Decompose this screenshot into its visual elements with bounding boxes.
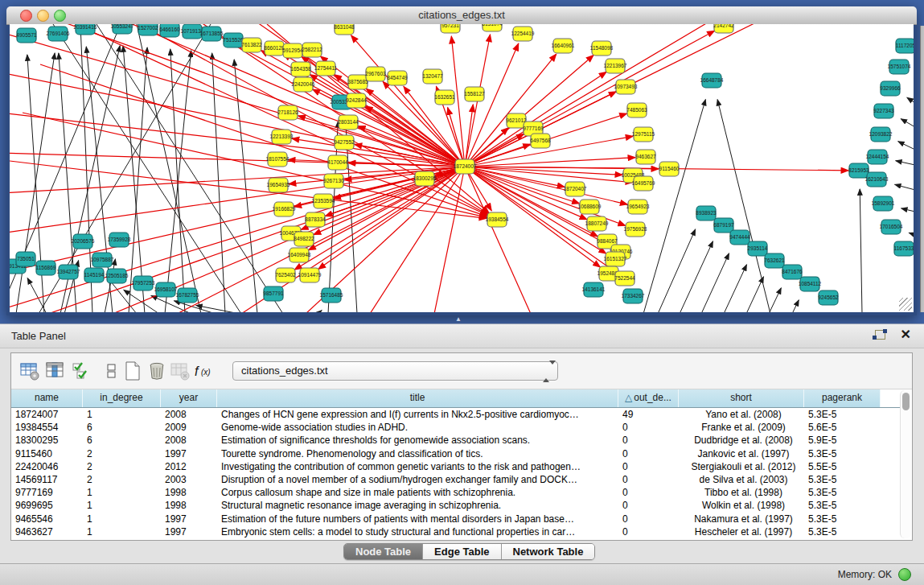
graph-node[interactable]: 9427552 xyxy=(334,135,355,150)
graph-node[interactable]: 8454749 xyxy=(387,71,408,85)
table-row[interactable]: 1938455462009Genome-wide association stu… xyxy=(11,421,900,434)
column-header-in_degree[interactable]: in_degree xyxy=(83,389,161,407)
graph-node[interactable]: 9329966 xyxy=(880,81,901,96)
graph-node[interactable]: 22420046 xyxy=(292,77,315,92)
graph-node[interactable]: 7613822 xyxy=(241,38,262,52)
graph-node[interactable]: 12975115 xyxy=(632,127,655,142)
graph-node[interactable]: 16495769 xyxy=(632,176,655,191)
table-settings-icon[interactable] xyxy=(19,360,40,381)
table-select-dropdown[interactable]: citations_edges.txt xyxy=(232,361,558,381)
graph-node[interactable]: 2142742 xyxy=(713,24,734,33)
table-row[interactable]: 1830029562008Estimation of significance … xyxy=(11,434,900,447)
graph-node[interactable]: 17957253 xyxy=(132,276,155,290)
graph-node[interactable]: 17359928 xyxy=(108,233,131,247)
graph-node[interactable]: 18720407 xyxy=(564,182,587,196)
graph-node[interactable]: 10553247 xyxy=(111,24,134,34)
delete-table-icon[interactable] xyxy=(146,360,167,381)
graph-node[interactable]: 7625402 xyxy=(275,268,296,282)
graph-node[interactable]: 18107554 xyxy=(266,152,290,167)
network-canvas[interactable]: 4905571276914062039141610553247152700264… xyxy=(10,24,914,312)
graph-node[interactable]: 2718126 xyxy=(277,105,298,120)
graph-node[interactable]: 12213393 xyxy=(270,130,294,144)
graph-node[interactable]: 4170044 xyxy=(327,155,348,170)
select-columns-icon[interactable] xyxy=(45,360,66,381)
graph-node[interactable]: 15892901 xyxy=(872,196,895,211)
graph-node[interactable]: 15751074 xyxy=(888,60,911,74)
graph-node[interactable]: 10914479 xyxy=(298,268,322,282)
close-panel-icon[interactable]: ✕ xyxy=(901,328,911,342)
graph-node[interactable]: 2803144 xyxy=(338,115,359,130)
graph-node[interactable]: 16151327 xyxy=(604,252,627,266)
graph-node[interactable]: 27691406 xyxy=(47,27,70,41)
table-row[interactable]: 911546021997Tourette syndrome. Phenomeno… xyxy=(11,447,900,460)
column-header-short[interactable]: short xyxy=(679,389,804,407)
graph-node[interactable]: 8498222 xyxy=(294,232,314,246)
scrollbar-thumb[interactable] xyxy=(902,393,910,410)
graph-node[interactable]: 19654935 xyxy=(267,178,290,192)
graph-node[interactable]: 1117205 xyxy=(896,39,914,53)
column-header-out_de[interactable]: △out_de... xyxy=(618,389,679,407)
graph-node[interactable]: 9474444 xyxy=(729,230,750,245)
graph-node[interactable]: 12093822 xyxy=(869,127,893,142)
graph-node[interactable]: 9245652 xyxy=(818,290,839,305)
canvas-resize-grip[interactable] xyxy=(899,298,912,311)
column-header-year[interactable]: year xyxy=(161,389,217,407)
graph-node[interactable]: 735051 xyxy=(16,252,35,266)
graph-node[interactable]: 16640961 xyxy=(552,39,575,53)
graph-node[interactable]: 6879197 xyxy=(713,218,734,233)
graph-node[interactable]: 18724007 xyxy=(454,159,477,174)
graph-node[interactable]: 7485063 xyxy=(626,103,647,117)
table-row[interactable]: 946554611997Estimation of the future num… xyxy=(11,513,900,525)
graph-node[interactable]: 16958107 xyxy=(154,282,178,297)
table-row[interactable]: 2242004622012Investigating the contribut… xyxy=(11,460,900,473)
graph-node[interactable]: 1145194 xyxy=(84,268,105,282)
graph-node[interactable]: 8660128 xyxy=(264,41,285,56)
network-window[interactable]: citations_edges.txt 49055712769140620391… xyxy=(6,6,917,315)
graph-node[interactable]: 7632621 xyxy=(764,253,785,268)
graph-node[interactable]: 7522544 xyxy=(614,271,635,286)
graph-node[interactable]: 12353594 xyxy=(312,194,335,208)
graph-node[interactable]: 20391416 xyxy=(74,24,97,35)
close-window-icon[interactable] xyxy=(20,10,32,22)
graph-node[interactable]: 2582212 xyxy=(302,43,322,57)
graph-node[interactable]: 12505185 xyxy=(105,269,129,283)
graph-node[interactable]: 1654358 xyxy=(290,62,311,76)
graph-node[interactable]: 10975887 xyxy=(91,253,114,267)
graph-node[interactable]: 18300295 xyxy=(413,171,437,186)
table-row[interactable]: 946362711997Embryonic stem cells: a mode… xyxy=(11,525,900,538)
memory-status-icon[interactable] xyxy=(898,568,911,581)
graph-node[interactable]: 1167533 xyxy=(894,241,914,256)
graph-node[interactable]: 16713855 xyxy=(200,27,224,41)
graph-node[interactable]: 7515526 xyxy=(223,33,244,47)
float-panel-icon[interactable] xyxy=(873,329,887,342)
graph-node[interactable]: 9227343 xyxy=(873,104,894,118)
graph-node[interactable]: 13942757 xyxy=(57,265,80,279)
graph-node[interactable]: 18807249 xyxy=(585,216,609,231)
graph-node[interactable]: 5912954 xyxy=(282,43,303,58)
graph-node[interactable]: 3875685 xyxy=(347,75,368,89)
table-row[interactable]: 977716911998Corpus callosum shape and si… xyxy=(11,486,900,499)
column-header-title[interactable]: title xyxy=(217,389,618,407)
graph-node[interactable]: 10854112 xyxy=(799,277,822,291)
zoom-window-icon[interactable] xyxy=(54,10,66,22)
graph-node[interactable]: 9857791 xyxy=(263,286,284,301)
table-row[interactable]: 969969511998Structural magnetic resonanc… xyxy=(11,499,900,512)
graph-node[interactable]: 12444154 xyxy=(866,150,889,164)
graph-node[interactable]: 1527002 xyxy=(138,24,158,35)
graph-node[interactable]: 12754411 xyxy=(314,61,338,76)
citation-network-graph[interactable]: 4905571276914062039141610553247152700264… xyxy=(10,24,914,312)
graph-node[interactable]: 2935114 xyxy=(748,241,768,256)
graph-node[interactable]: 8471676 xyxy=(782,265,803,279)
graph-node[interactable]: 16782755 xyxy=(176,288,199,303)
graph-node[interactable]: 19654923 xyxy=(626,200,650,214)
function-builder-icon[interactable]: f(x) xyxy=(194,364,215,385)
network-window-titlebar[interactable]: citations_edges.txt xyxy=(6,6,917,25)
graph-node[interactable]: 10688609 xyxy=(578,200,602,214)
new-table-icon[interactable] xyxy=(122,360,143,381)
graph-node[interactable]: 16210643 xyxy=(865,172,889,187)
graph-node[interactable]: 19756928 xyxy=(624,222,647,237)
graph-node[interactable]: 17016504 xyxy=(880,220,903,234)
panel-collapse-handle[interactable]: ▲ xyxy=(453,316,464,323)
column-header-name[interactable]: name xyxy=(11,389,83,407)
graph-node[interactable]: 17334267 xyxy=(622,289,645,303)
